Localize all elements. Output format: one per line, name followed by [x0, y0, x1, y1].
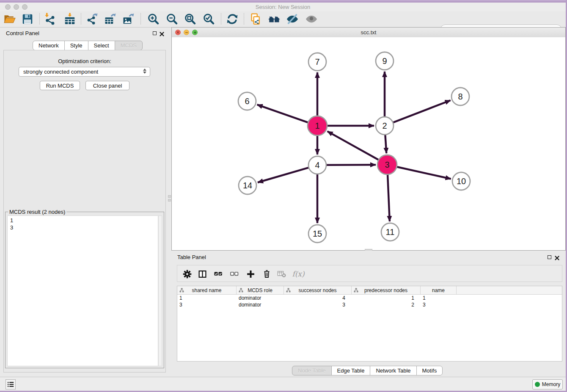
column-header-successor-nodes[interactable]: successor nodes: [284, 286, 352, 294]
column-label: shared name: [192, 287, 221, 293]
table-panel-float-icon[interactable]: [548, 255, 551, 259]
graph-node-label: 9: [382, 56, 387, 66]
column-header-predecessor-nodes[interactable]: predecessor nodes: [352, 286, 421, 294]
table-cell[interactable]: 2: [352, 301, 421, 308]
tab-node-table[interactable]: Node Table: [292, 366, 332, 375]
task-history-button[interactable]: [6, 379, 16, 389]
graph-edge-3-10[interactable]: [397, 167, 451, 179]
column-header-MCDS-role[interactable]: MCDS role: [237, 286, 284, 294]
deselect-all-checkboxes-icon[interactable]: [229, 269, 240, 279]
table-cell[interactable]: 1: [177, 295, 237, 301]
toolbar-separator: [81, 13, 81, 25]
network-canvas[interactable]: 1234678910111415: [172, 37, 565, 250]
show-all-eye-icon[interactable]: [305, 13, 318, 25]
mcds-result-textarea[interactable]: 13: [7, 215, 158, 366]
graph-edge-4-3[interactable]: [327, 165, 376, 165]
table-panel-tabs: Node TableEdge TableNetwork TableMotifs: [292, 366, 443, 375]
delete-table-icon[interactable]: [276, 269, 287, 279]
table-cell[interactable]: 3: [284, 301, 352, 308]
export-table-icon[interactable]: [104, 13, 117, 25]
tab-edge-table[interactable]: Edge Table: [331, 366, 371, 375]
graph-edge-2-3[interactable]: [385, 135, 386, 153]
control-panel-close-icon[interactable]: [160, 30, 164, 38]
table-panel-close-icon[interactable]: [555, 254, 559, 262]
close-panel-button[interactable]: Close panel: [85, 81, 129, 90]
control-panel-float-icon[interactable]: [153, 31, 157, 35]
result-scrollbar[interactable]: [158, 215, 162, 366]
column-label: name: [432, 287, 445, 293]
column-header-shared-name[interactable]: shared name: [177, 286, 237, 294]
graph-edge-1-6[interactable]: [257, 105, 308, 122]
tab-style[interactable]: Style: [64, 41, 88, 50]
table-header-row: shared nameMCDS rolesuccessor nodesprede…: [177, 286, 562, 295]
save-session-icon[interactable]: [21, 13, 34, 25]
function-builder-icon[interactable]: f(x): [291, 269, 306, 279]
toolbar-separator: [39, 13, 40, 25]
zoom-out-icon[interactable]: [165, 13, 179, 25]
table-row[interactable]: 1dominator411: [177, 295, 562, 301]
select-all-checkboxes-icon[interactable]: [213, 269, 224, 279]
tab-network[interactable]: Network: [33, 41, 65, 50]
zoom-in-icon[interactable]: [146, 13, 160, 25]
import-network-icon[interactable]: [43, 13, 57, 25]
dropdown-value: strongly connected component: [23, 69, 98, 75]
graph-node-label: 7: [315, 57, 319, 66]
show-columns-icon[interactable]: [197, 269, 208, 279]
network-window-titlebar[interactable]: scc.txt: [172, 28, 565, 38]
tab-network-table[interactable]: Network Table: [370, 366, 416, 375]
graph-node-label: 3: [385, 160, 389, 169]
table-cell[interactable]: 4: [284, 295, 352, 301]
table-cell[interactable]: dominator: [237, 301, 284, 308]
dropdown-spinner-icon: [143, 69, 146, 74]
tab-select[interactable]: Select: [88, 41, 115, 50]
delete-rows-trash-icon[interactable]: [261, 269, 272, 279]
graph-edge-3-11[interactable]: [388, 175, 390, 221]
mac-titlebar: Session: New Session: [0, 3, 566, 12]
graph-node-label: 4: [315, 160, 319, 170]
network-clipboard-icon[interactable]: [249, 13, 262, 25]
import-table-icon[interactable]: [63, 13, 77, 25]
optimization-criterion-label: Optimization criterion:: [0, 58, 169, 64]
zoom-selected-icon[interactable]: [202, 13, 215, 25]
table-cell[interactable]: 3: [177, 301, 237, 308]
export-network-icon[interactable]: [85, 13, 99, 25]
mcds-result-line: 3: [10, 224, 158, 231]
column-label: predecessor nodes: [364, 287, 407, 293]
mcds-result-title: MCDS result (2 nodes): [8, 209, 66, 215]
tab-mcds[interactable]: MCDS: [115, 41, 143, 50]
table-cell[interactable]: 3: [421, 301, 457, 308]
graph-edge-2-8[interactable]: [394, 100, 451, 122]
table-cell[interactable]: dominator: [237, 295, 284, 301]
column-header-name[interactable]: name: [421, 286, 457, 294]
optimization-criterion-dropdown[interactable]: strongly connected component: [19, 67, 150, 77]
export-image-icon[interactable]: [122, 13, 135, 25]
run-mcds-button[interactable]: Run MCDS: [40, 81, 80, 90]
column-label: successor nodes: [298, 287, 336, 293]
memory-label: Memory: [542, 381, 560, 387]
table-cell[interactable]: 1: [352, 295, 421, 301]
refresh-view-icon[interactable]: [226, 13, 239, 25]
column-label: MCDS role: [248, 287, 272, 293]
node-table: shared nameMCDS rolesuccessor nodesprede…: [177, 286, 562, 362]
table-panel-title: Table Panel: [177, 254, 206, 260]
open-session-icon[interactable]: [3, 13, 17, 25]
add-row-icon[interactable]: [245, 269, 256, 279]
zoom-fit-icon[interactable]: [183, 13, 197, 25]
column-sitemap-icon: [286, 288, 291, 294]
settings-gear-icon[interactable]: [182, 269, 193, 279]
network-view-window: scc.txt 1234678910111415: [171, 27, 566, 251]
table-row[interactable]: 3dominator323: [177, 301, 562, 308]
graph-node-label: 10: [457, 177, 466, 186]
first-neighbors-icon[interactable]: [267, 13, 281, 25]
column-sitemap-icon: [239, 288, 243, 294]
column-sitemap-icon: [354, 288, 358, 294]
hide-selected-eye-icon[interactable]: [286, 13, 299, 25]
memory-button[interactable]: Memory: [532, 379, 563, 389]
table-cell[interactable]: 1: [421, 295, 457, 301]
control-panel-tabs: NetworkStyleSelectMCDS: [33, 41, 143, 50]
toolbar-separator: [244, 13, 244, 25]
vertical-splitter-handle[interactable]: [168, 193, 171, 204]
graph-edge-4-14[interactable]: [258, 168, 308, 182]
graph-edge-3-1[interactable]: [328, 131, 378, 160]
tab-motifs[interactable]: Motifs: [416, 366, 443, 375]
